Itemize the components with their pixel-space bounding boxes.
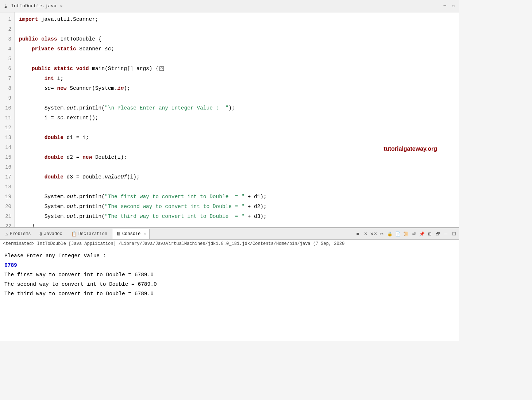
code-lines[interactable]: import java.util.Scanner; public class I… xyxy=(15,12,459,227)
scroll-lock-button[interactable]: 📜 xyxy=(402,230,409,238)
word-wrap-button[interactable]: ⏎ xyxy=(410,230,417,238)
code-line-13: double d1 = i; xyxy=(19,133,459,143)
console-prompt-line: Please Enter any Integer Value : xyxy=(4,251,455,261)
console-output: Please Enter any Integer Value : 6789 Th… xyxy=(0,248,459,301)
code-line-10: System.out.println("\n Please Enter any … xyxy=(19,103,459,113)
title-bar-right: ─ ☐ xyxy=(442,3,456,9)
lock-button[interactable]: 🔒 xyxy=(386,230,393,238)
line-num-18: 18 xyxy=(0,182,14,192)
tab-console[interactable]: 🖥 Console ✕ xyxy=(112,229,150,239)
line-num-14: 14 xyxy=(0,143,14,153)
code-line-4: private static Scanner sc; xyxy=(19,44,459,54)
console-result-3: The third way to convert int to Double =… xyxy=(4,289,455,299)
code-line-3: public class IntToDouble { xyxy=(19,34,459,44)
maximize-panel-button[interactable]: ☐ xyxy=(450,230,458,238)
tab-problems[interactable]: ⚠ Problems xyxy=(1,229,35,239)
line-num-22: 22 xyxy=(0,222,14,228)
code-line-7: int i; xyxy=(19,74,459,84)
code-line-8: sc= new Scanner(System.in); xyxy=(19,84,459,93)
code-line-22: } xyxy=(19,222,459,228)
terminate-all-button[interactable]: ✕✕ xyxy=(370,230,377,238)
line-num-16: 16 xyxy=(0,162,14,172)
line-num-9: 9 xyxy=(0,93,14,103)
code-line-1: import java.util.Scanner; xyxy=(19,15,459,24)
code-line-21: System.out.println("The third way to con… xyxy=(19,212,459,222)
console-close-icon[interactable]: ✕ xyxy=(143,232,146,236)
code-line-18 xyxy=(19,182,459,192)
code-line-17: double d3 = Double.valueOf(i); xyxy=(19,172,459,182)
line-num-19: 19 xyxy=(0,192,14,202)
java-file-icon: ☕ xyxy=(3,3,9,9)
line-num-4: 4 xyxy=(0,44,14,54)
declaration-icon: 📋 xyxy=(71,231,77,237)
line-num-6: 6 xyxy=(0,64,14,74)
minimize-panel-button[interactable]: ─ xyxy=(442,230,450,238)
code-line-9 xyxy=(19,93,459,103)
problems-icon: ⚠ xyxy=(5,231,8,237)
tab-javadoc[interactable]: @ Javadoc xyxy=(35,229,66,239)
console-result-2: The second way to convert int to Double … xyxy=(4,280,455,289)
code-line-2 xyxy=(19,24,459,34)
title-bar-left: ☕ IntToDouble.java ✕ xyxy=(3,3,62,9)
line-num-3: 3 xyxy=(0,34,14,44)
line-num-13: 13 xyxy=(0,133,14,143)
line-num-17: 17 xyxy=(0,172,14,182)
copy-button[interactable]: 📄 xyxy=(394,230,401,238)
line-num-8: 8 xyxy=(0,84,14,93)
code-line-16 xyxy=(19,162,459,172)
tab-filename[interactable]: IntToDouble.java xyxy=(11,3,57,9)
console-result-1: The first way to convert int to Double =… xyxy=(4,270,455,280)
terminate-button[interactable]: ✕ xyxy=(362,230,369,238)
stop-button[interactable]: ■ xyxy=(354,230,361,238)
new-console-button[interactable]: 🗗 xyxy=(434,230,442,238)
console-label[interactable]: Console xyxy=(122,231,140,236)
line-num-5: 5 xyxy=(0,54,14,64)
line-num-10: 10 xyxy=(0,103,14,113)
line-num-11: 11 xyxy=(0,113,14,123)
open-console-button[interactable]: ⊞ xyxy=(426,230,433,238)
code-line-6: public static void main(String[] args) {… xyxy=(19,64,459,74)
code-line-19: System.out.println("The first way to con… xyxy=(19,192,459,202)
panel-toolbar: ■ ✕ ✕✕ ✂ 🔒 📄 📜 ⏎ 📌 ⊞ 🗗 ─ ☐ xyxy=(354,230,458,238)
code-line-11: i = sc.nextInt(); xyxy=(19,113,459,123)
pin-button[interactable]: 📌 xyxy=(418,230,425,238)
code-line-12 xyxy=(19,123,459,133)
line-num-15: 15 xyxy=(0,153,14,162)
line-numbers: 1 2 3 4 5 6 7 8 9 10 11 12 13 14 15 16 1… xyxy=(0,12,15,227)
tab-declaration[interactable]: 📋 Declaration xyxy=(67,229,111,239)
code-line-15: double d2 = new Double(i); xyxy=(19,153,459,162)
remove-launch-button[interactable]: ✂ xyxy=(378,230,385,238)
bottom-panel: ⚠ Problems @ Javadoc 📋 Declaration 🖥 Con… xyxy=(0,228,459,341)
prompt-text: Please Enter any Integer Value : xyxy=(4,253,106,259)
minimize-button[interactable]: ─ xyxy=(442,3,448,9)
line-num-1: 1 xyxy=(0,15,14,24)
code-editor: 1 2 3 4 5 6 7 8 9 10 11 12 13 14 15 16 1… xyxy=(0,12,459,228)
watermark: tutorialgateway.org xyxy=(384,144,437,154)
maximize-button[interactable]: ☐ xyxy=(451,3,456,9)
code-line-5 xyxy=(19,54,459,64)
line-num-12: 12 xyxy=(0,123,14,133)
panel-tabs: ⚠ Problems @ Javadoc 📋 Declaration 🖥 Con… xyxy=(0,228,459,240)
problems-label[interactable]: Problems xyxy=(10,231,31,236)
console-header-text: <terminated> IntToDouble [Java Applicati… xyxy=(3,241,344,246)
console-input-value: 6789 xyxy=(4,261,455,270)
console-icon: 🖥 xyxy=(116,231,121,237)
console-header: <terminated> IntToDouble [Java Applicati… xyxy=(0,240,459,248)
collapse-icon[interactable]: ⊖ xyxy=(159,66,164,71)
javadoc-label[interactable]: Javadoc xyxy=(44,231,62,236)
line-num-2: 2 xyxy=(0,24,14,34)
javadoc-icon: @ xyxy=(39,231,42,237)
code-line-20: System.out.println("The second way to co… xyxy=(19,202,459,212)
line-num-20: 20 xyxy=(0,202,14,212)
code-content: 1 2 3 4 5 6 7 8 9 10 11 12 13 14 15 16 1… xyxy=(0,12,459,227)
line-num-21: 21 xyxy=(0,212,14,222)
tab-close-icon[interactable]: ✕ xyxy=(60,4,63,8)
declaration-label[interactable]: Declaration xyxy=(78,231,107,236)
title-bar: ☕ IntToDouble.java ✕ ─ ☐ xyxy=(0,0,459,12)
line-num-7: 7 xyxy=(0,74,14,84)
